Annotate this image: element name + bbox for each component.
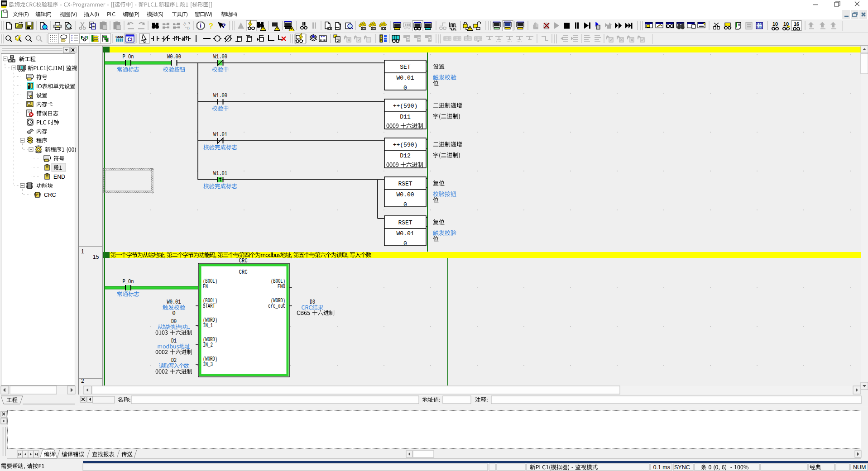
- svg-text:i: i: [200, 22, 201, 29]
- svg-text:START: START: [203, 303, 215, 309]
- svg-text:F: F: [36, 193, 38, 197]
- svg-text:crc_out: crc_out: [268, 303, 285, 309]
- svg-text:W0.00: W0.00: [167, 54, 181, 60]
- svg-text:0: 0: [403, 201, 407, 208]
- svg-text:W1.00: W1.00: [213, 54, 227, 60]
- svg-text:CRC: CRC: [44, 192, 56, 198]
- svg-text:1: 1: [81, 248, 84, 255]
- svg-text:D0: D0: [171, 319, 177, 325]
- svg-text:W1.01: W1.01: [213, 171, 227, 177]
- svg-text:CRC: CRC: [239, 269, 248, 276]
- svg-text:NUM: NUM: [853, 464, 866, 471]
- svg-text:W0.00: W0.00: [396, 191, 414, 198]
- svg-text:++(590): ++(590): [393, 142, 418, 148]
- svg-text:CI: CI: [128, 37, 133, 42]
- svg-text:W1.01: W1.01: [213, 132, 227, 138]
- svg-text:16: 16: [794, 21, 799, 27]
- svg-text:RSET: RSET: [398, 219, 412, 226]
- svg-text:++(590): ++(590): [393, 103, 418, 109]
- svg-text:D1: D1: [171, 338, 177, 344]
- svg-text:H: H: [738, 23, 740, 27]
- svg-text:W0.01: W0.01: [167, 299, 181, 305]
- svg-text:W0.01: W0.01: [396, 230, 414, 237]
- svg-text:P_On: P_On: [123, 54, 134, 60]
- svg-text:A: A: [183, 21, 186, 26]
- svg-text:D3: D3: [310, 299, 315, 305]
- svg-text:15: 15: [93, 254, 99, 260]
- svg-text:SMA: SMA: [115, 35, 124, 39]
- svg-text:W1.00: W1.00: [213, 93, 227, 99]
- svg-text:+: +: [787, 24, 790, 30]
- svg-text:B: B: [187, 26, 190, 30]
- svg-text:EN: EN: [203, 284, 208, 290]
- svg-text:0.1 ms: 0.1 ms: [653, 464, 670, 471]
- svg-text:0: 0: [172, 310, 176, 317]
- svg-text:?: ?: [221, 22, 225, 29]
- svg-text:?: ?: [209, 22, 213, 30]
- svg-text:D11: D11: [400, 114, 411, 120]
- svg-text:IN_1: IN_1: [203, 323, 213, 329]
- svg-text:RSET: RSET: [398, 181, 412, 187]
- svg-text:SYNC: SYNC: [674, 464, 690, 471]
- svg-text:0: 0: [403, 85, 407, 91]
- svg-text:H-H: H-H: [81, 35, 87, 39]
- svg-text:0: 0: [403, 240, 407, 247]
- svg-text:10: 10: [772, 21, 778, 27]
- svg-text:SET: SET: [400, 64, 411, 71]
- svg-text:P_On: P_On: [123, 279, 134, 285]
- svg-text:D12: D12: [400, 152, 410, 159]
- svg-text:0.02: 0.02: [757, 25, 762, 29]
- svg-text:IN_2: IN_2: [203, 342, 213, 348]
- svg-text:END: END: [53, 174, 65, 180]
- svg-text:W0.01: W0.01: [396, 75, 414, 81]
- svg-text:CRC: CRC: [239, 258, 248, 264]
- svg-text:ENO: ENO: [278, 284, 285, 290]
- svg-text:2: 2: [81, 378, 84, 384]
- svg-text:IN_3: IN_3: [203, 362, 213, 368]
- svg-text:D2: D2: [171, 357, 177, 364]
